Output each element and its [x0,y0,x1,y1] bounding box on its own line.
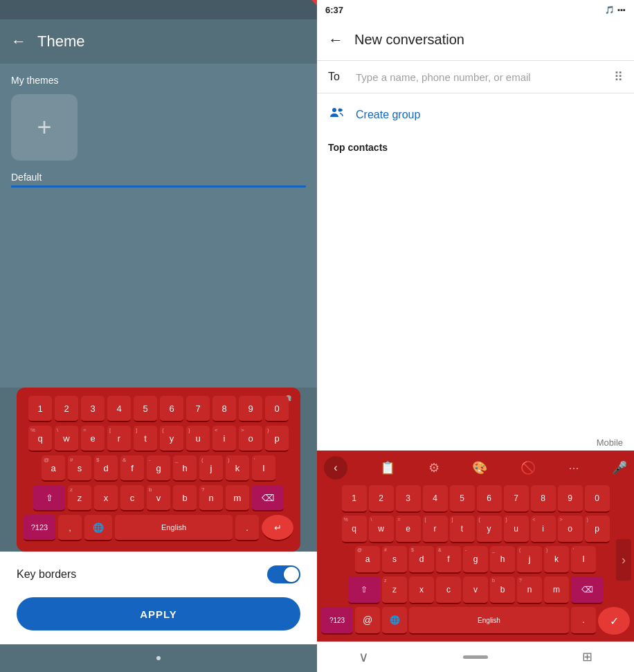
rk-key-1[interactable]: 1 [342,485,367,513]
kb-key-x[interactable]: x [94,485,118,511]
kb-key-0[interactable]: 0 [265,396,289,422]
kb-key-7[interactable]: 7 [186,396,210,422]
kb-key-k[interactable]: )k [226,455,249,482]
kb-key-3[interactable]: 3 [81,396,105,422]
kb-enter-key[interactable]: ↵ [262,515,293,541]
rk-key-f[interactable]: &f [436,546,461,574]
kb-key-b[interactable]: b [173,485,197,511]
rk-key-9[interactable]: 9 [558,485,583,513]
kb-key-v[interactable]: bv [147,485,170,511]
rk-key-z[interactable]: zz [382,576,407,604]
rk-key-k[interactable]: )k [544,546,569,574]
kb-gear-icon[interactable]: ⚙ [428,460,440,475]
kb-key-t[interactable]: ]t [134,426,157,452]
rk-key-e[interactable]: =e [396,516,421,543]
kb-123-key[interactable]: ?123 [24,515,55,541]
nav-grid-icon[interactable]: ⊞ [582,649,592,664]
rk-key-0[interactable]: 0 [585,485,610,513]
kb-key-f[interactable]: &f [120,455,144,482]
rk-123-key[interactable]: ?123 [321,607,353,635]
rk-key-r[interactable]: [r [423,516,448,543]
rk-shift-key[interactable]: ⇧ [348,576,380,604]
rk-key-2[interactable]: 2 [369,485,394,513]
rk-key-p[interactable]: )p [585,516,610,543]
rk-at-key[interactable]: @ [355,607,380,635]
rk-key-a[interactable]: @a [355,546,380,574]
right-back-arrow[interactable]: ← [328,31,343,49]
create-group-row[interactable]: Create group [317,93,634,136]
kb-globe-key[interactable]: 🌐 [84,515,112,541]
kb-key-m[interactable]: m [226,485,249,511]
kb-palette-icon[interactable]: 🎨 [472,460,487,475]
kb-key-8[interactable]: 8 [212,396,236,422]
rk-space-key[interactable]: English [409,607,569,635]
kb-key-u[interactable]: }u [186,426,210,452]
rk-key-3[interactable]: 3 [396,485,421,513]
rk-key-x[interactable]: x [409,576,434,604]
kb-mic-icon[interactable]: 🎤 [612,460,627,475]
rk-period-key[interactable]: . [571,607,596,635]
kb-backspace-key[interactable]: ⌫ [252,485,284,511]
rk-key-5[interactable]: 5 [450,485,475,513]
kb-key-p[interactable]: )p [265,426,289,452]
kb-no-image-icon[interactable]: 🚫 [520,460,536,475]
kb-key-6[interactable]: 6 [160,396,183,422]
kb-key-q[interactable]: %q [28,426,52,452]
add-theme-button[interactable]: + [11,94,78,161]
rk-key-j[interactable]: (j [517,546,542,574]
rk-key-8[interactable]: 8 [531,485,556,513]
rk-enter-key[interactable]: ✓ [598,607,630,635]
rk-key-d[interactable]: $d [409,546,434,574]
kb-key-g[interactable]: -g [147,455,170,482]
rk-key-h[interactable]: _h [490,546,515,574]
rk-key-i[interactable]: <i [531,516,556,543]
rk-key-t[interactable]: ]t [450,516,475,543]
kb-comma-key[interactable]: , [58,515,82,541]
kb-key-e[interactable]: =e [81,426,105,452]
kb-key-r[interactable]: [r [107,426,131,452]
kb-key-h[interactable]: _h [173,455,197,482]
kb-key-i[interactable]: <i [212,426,236,452]
kb-clipboard-icon[interactable]: 📋 [380,460,395,475]
to-input[interactable]: Type a name, phone number, or email [356,71,603,83]
rk-key-u[interactable]: }u [504,516,529,543]
rk-key-v[interactable]: v [463,576,488,604]
apply-button[interactable]: APPLY [17,597,300,630]
kb-shift-key[interactable]: ⇧ [33,485,65,511]
kb-more-icon[interactable]: ··· [568,461,579,475]
rk-key-w[interactable]: \w [369,516,394,543]
rk-key-7[interactable]: 7 [504,485,529,513]
kb-space-key[interactable]: English [115,515,233,541]
kb-key-9[interactable]: 9 [239,396,262,422]
rk-key-b[interactable]: bb [490,576,515,604]
kb-key-d[interactable]: $d [94,455,118,482]
kb-key-s[interactable]: #s [68,455,91,482]
nav-home-bar[interactable] [463,655,488,659]
rk-key-l[interactable]: 'l [571,546,596,574]
kb-expand-arrow[interactable]: › [616,539,631,581]
rk-key-q[interactable]: %q [342,516,367,543]
kb-key-c[interactable]: c [120,485,144,511]
rk-key-n[interactable]: ?n [517,576,542,604]
kb-key-w[interactable]: \w [55,426,78,452]
kb-key-2[interactable]: 2 [55,396,78,422]
nav-chevron-icon[interactable]: ∨ [359,648,369,665]
kb-key-1[interactable]: 1 [28,396,52,422]
rk-key-y[interactable]: {y [477,516,502,543]
kb-key-z[interactable]: zz [68,485,91,511]
kb-key-j[interactable]: (j [199,455,223,482]
rk-key-g[interactable]: -g [463,546,488,574]
contacts-grid-icon[interactable]: ⠿ [614,69,623,84]
kb-period-key[interactable]: . [235,515,259,541]
rk-key-o[interactable]: >o [558,516,583,543]
rk-key-4[interactable]: 4 [423,485,448,513]
kb-key-n[interactable]: ?n [199,485,223,511]
kb-key-4[interactable]: 4 [107,396,131,422]
kb-key-y[interactable]: {y [160,426,183,452]
rk-key-m[interactable]: m [544,576,569,604]
kb-key-l[interactable]: 'l [252,455,275,482]
kb-key-a[interactable]: @a [42,455,65,482]
rk-globe-key[interactable]: 🌐 [382,607,407,635]
kb-back-btn[interactable]: ‹ [324,456,347,480]
rk-backspace-key[interactable]: ⌫ [571,576,603,604]
